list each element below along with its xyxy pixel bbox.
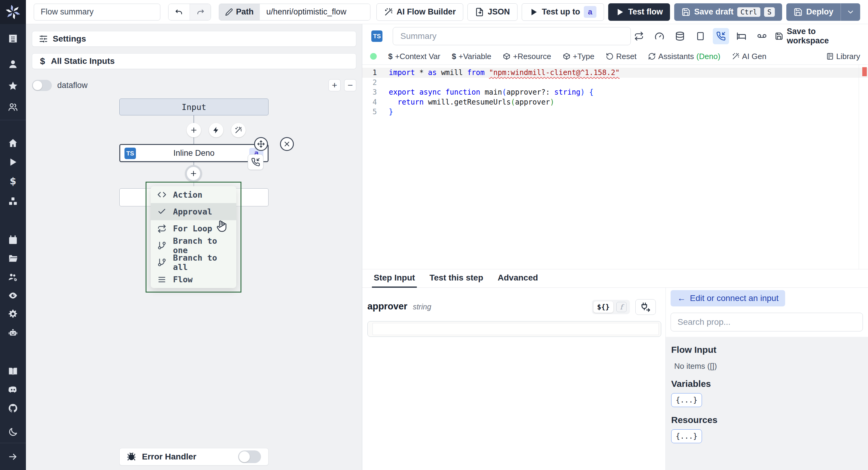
deploy-button[interactable]: Deploy	[786, 3, 841, 21]
zoom-in-button[interactable]: +	[329, 79, 341, 91]
insert-menu-item-branch-to-one[interactable]: Branch to one	[151, 237, 236, 254]
runs-play-icon[interactable]	[8, 157, 18, 167]
suspend-approval-button[interactable]	[713, 28, 729, 44]
groups-admin-icon[interactable]	[8, 272, 18, 282]
insert-menu-item-action[interactable]: Action	[151, 186, 236, 203]
redo-button[interactable]	[190, 4, 211, 20]
delete-node-button[interactable]	[280, 137, 294, 151]
variables-object-badge[interactable]: {...}	[671, 393, 702, 407]
tab-step-input[interactable]: Step Input	[374, 273, 415, 287]
assistants-button[interactable]: Assistants (Deno)	[648, 52, 720, 61]
path-button[interactable]: Path	[219, 4, 260, 20]
left-nav-rail: $	[0, 0, 26, 470]
connect-input-button[interactable]	[635, 299, 656, 315]
early-stop-button[interactable]	[651, 28, 668, 44]
add-type-button[interactable]: +Type	[563, 52, 595, 61]
move-node-handle[interactable]	[254, 137, 268, 151]
approver-value-area[interactable]	[373, 323, 659, 335]
step-editor-panel: TS Save to workspace $ +Context Var $ +V…	[362, 24, 868, 470]
workspace-icon[interactable]	[8, 33, 18, 44]
folders-icon[interactable]	[8, 253, 18, 263]
test-flow-button[interactable]: Test flow	[608, 3, 670, 21]
dollar-icon: $	[452, 52, 456, 61]
code-line[interactable]: 3export async function main(approver?: s…	[362, 87, 868, 97]
wand-icon	[732, 53, 740, 60]
insert-step-button[interactable]	[185, 165, 202, 182]
add-context-var-button[interactable]: $ +Context Var	[388, 52, 440, 61]
suspend-approval-badge[interactable]	[248, 154, 264, 170]
home-icon[interactable]	[8, 138, 18, 148]
ai-suggest-button[interactable]	[231, 123, 246, 137]
all-static-inputs-row[interactable]: $ All Static Inputs	[32, 53, 356, 69]
deploy-more-button[interactable]	[841, 3, 860, 21]
save-draft-button[interactable]: Save draft Ctrl S	[674, 3, 782, 21]
code-line[interactable]: 1import * as wmill from "npm:windmill-cl…	[362, 68, 868, 78]
chevron-down-icon	[846, 8, 855, 16]
users-group-icon[interactable]	[8, 102, 18, 112]
step-node-inline-deno[interactable]: TS Inline Deno a	[119, 144, 269, 162]
add-resource-button[interactable]: +Resource	[503, 52, 551, 61]
insert-menu-item-flow[interactable]: Flow	[151, 271, 236, 288]
expr-mode-button[interactable]: ${}	[593, 301, 613, 313]
discord-icon[interactable]	[8, 384, 18, 395]
code-editor[interactable]: 1import * as wmill from "npm:windmill-cl…	[362, 65, 868, 269]
trigger-button[interactable]	[209, 123, 223, 137]
input-node[interactable]: Input	[119, 98, 269, 115]
error-handler-toggle[interactable]	[238, 450, 261, 463]
json-button[interactable]: JSON	[467, 3, 518, 21]
play-icon	[529, 7, 538, 17]
retries-button[interactable]	[631, 28, 647, 44]
code-line[interactable]: 4 return wmill.getResumeUrls(approver)	[362, 97, 868, 107]
error-handler-row[interactable]: Error Handler	[119, 448, 269, 466]
settings-gear-icon[interactable]	[8, 309, 18, 319]
cache-button[interactable]	[672, 28, 688, 44]
insert-menu-item-approval[interactable]: Approval	[151, 203, 236, 220]
save-to-workspace-button[interactable]: Save to workspace	[775, 27, 859, 45]
insert-menu-item-branch-to-all[interactable]: Branch to all	[151, 254, 236, 271]
github-icon[interactable]	[8, 403, 18, 413]
variables-dollar-icon[interactable]: $	[8, 176, 18, 187]
sleep-button[interactable]	[733, 28, 749, 44]
flow-input-title: Flow Input	[671, 345, 868, 355]
resources-blocks-icon[interactable]	[8, 196, 18, 207]
path-value[interactable]: u/henri/optimistic_flow	[260, 4, 370, 20]
expand-arrow-icon[interactable]	[8, 451, 18, 462]
workers-robot-icon[interactable]	[8, 327, 18, 338]
docs-book-icon[interactable]	[8, 366, 18, 376]
audit-eye-icon[interactable]	[8, 290, 18, 301]
add-step-button[interactable]	[187, 123, 201, 137]
fn-mode-button[interactable]: f	[616, 302, 627, 312]
test-up-to-button[interactable]: Test up to a	[522, 3, 604, 21]
line-number: 2	[362, 78, 389, 88]
zoom-out-button[interactable]: −	[344, 79, 356, 91]
flow-summary-input[interactable]	[34, 4, 160, 21]
step-node-label: Inline Deno	[173, 149, 215, 158]
user-icon[interactable]	[8, 59, 18, 69]
mock-button[interactable]	[754, 28, 770, 44]
tab-test-this-step[interactable]: Test this step	[430, 273, 483, 287]
flow-settings-row[interactable]: Settings	[32, 31, 356, 47]
reset-button[interactable]: Reset	[606, 52, 637, 61]
undo-button[interactable]	[168, 4, 190, 20]
library-button[interactable]: Library	[826, 52, 860, 61]
dataflow-toggle[interactable]	[32, 80, 52, 91]
code-line[interactable]: 5}	[362, 107, 868, 117]
concurrency-button[interactable]	[692, 28, 709, 44]
dark-mode-moon-icon[interactable]	[8, 427, 18, 437]
resources-object-badge[interactable]: {...}	[671, 429, 702, 443]
ai-gen-button[interactable]: AI Gen	[732, 52, 767, 61]
schedules-calendar-icon[interactable]	[8, 235, 18, 245]
tab-advanced[interactable]: Advanced	[498, 273, 538, 287]
rotate-ccw-icon	[606, 53, 614, 60]
approver-value-editor[interactable]	[367, 321, 661, 337]
step-summary-input[interactable]	[393, 27, 630, 45]
favorites-star-icon[interactable]	[8, 81, 18, 91]
scrollbar-track[interactable]	[859, 65, 859, 269]
edge-line	[193, 137, 194, 144]
code-line[interactable]: 2	[362, 78, 868, 88]
windmill-logo[interactable]	[0, 0, 26, 24]
edit-or-connect-button[interactable]: ← Edit or connect an input	[671, 290, 785, 306]
search-prop-input[interactable]	[671, 313, 863, 332]
ai-flow-builder-button[interactable]: AI Flow Builder	[376, 3, 464, 21]
add-variable-button[interactable]: $ +Variable	[452, 52, 491, 61]
